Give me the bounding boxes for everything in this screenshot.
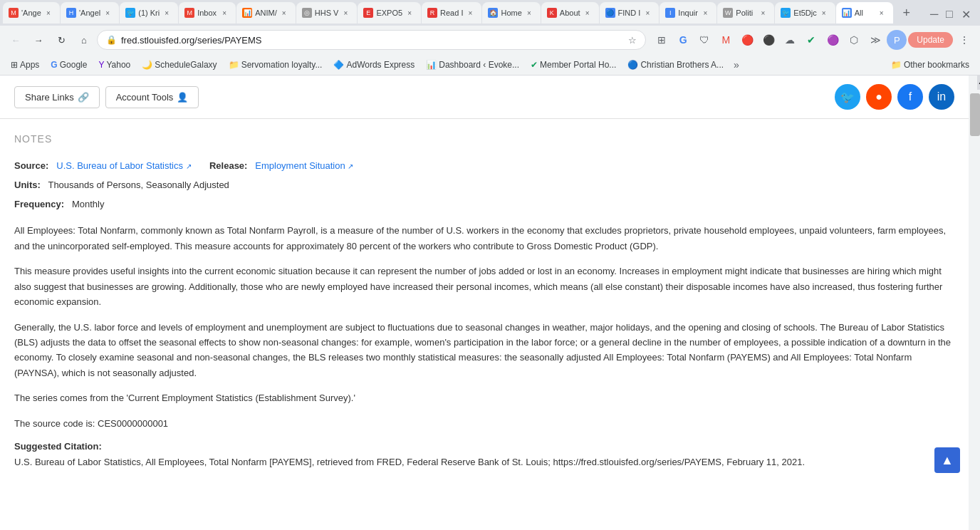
tab-close[interactable]: × [102, 7, 113, 19]
github-icon[interactable]: ⚫ [759, 30, 778, 50]
ext3-icon[interactable]: ⬡ [844, 30, 864, 50]
tab-favicon: H [66, 8, 76, 18]
scrollbar-thumb[interactable] [970, 93, 980, 136]
tab-close[interactable]: × [219, 7, 230, 19]
scrollbar[interactable]: ▲ [969, 76, 980, 530]
bookmark-servomation[interactable]: 📁 Servomation loyalty... [224, 58, 328, 72]
extensions-button[interactable]: ⊞ [652, 30, 672, 50]
tab-et5djc[interactable]: 🐦 Et5Djc × [775, 2, 835, 24]
tab-label: HHS V [315, 9, 339, 17]
tab-close[interactable]: × [340, 7, 351, 19]
home-button[interactable]: ⌂ [74, 30, 94, 50]
scroll-up-arrow[interactable]: ▲ [977, 76, 980, 90]
source-link[interactable]: U.S. Bureau of Labor Statistics [56, 160, 183, 171]
tab-label: Inquir [678, 9, 698, 17]
tab-close[interactable]: × [699, 7, 711, 19]
description-4: The series comes from the 'Current Emplo… [14, 390, 954, 405]
check-icon[interactable]: ✔ [801, 30, 821, 50]
reddit-share-button[interactable]: ● [866, 84, 892, 110]
bookmark-adwords[interactable]: 🔷 AdWords Express [328, 58, 419, 72]
tab-hhs[interactable]: ◎ HHS V × [296, 2, 358, 24]
more-extensions-icon[interactable]: ≫ [865, 30, 885, 50]
tab-close[interactable]: × [161, 7, 172, 19]
tab-favicon: ◎ [302, 8, 312, 18]
address-bar[interactable]: 🔒 fred.stlouisfed.org/series/PAYEMS ☆ [97, 30, 646, 50]
tab-close[interactable]: × [642, 7, 653, 19]
tab-inquir[interactable]: I Inquir × [660, 2, 716, 24]
tab-home[interactable]: 🏠 Home × [482, 2, 540, 24]
other-bookmarks-label: Other bookmarks [904, 60, 969, 70]
tab-favicon: M [184, 8, 194, 18]
citation-heading: Suggested Citation: [14, 441, 954, 452]
bookmark-adwords-label: AdWords Express [346, 60, 415, 70]
bookmark-star-icon[interactable]: ☆ [628, 35, 637, 46]
facebook-share-button[interactable]: f [897, 84, 923, 110]
other-bookmarks[interactable]: 📁 Other bookmarks [886, 58, 974, 72]
close-button[interactable]: ✕ [961, 8, 971, 18]
tab-angelsoft[interactable]: H 'Angel × [61, 2, 119, 24]
bookmark-yahoo[interactable]: Y Yahoo [93, 58, 135, 72]
release-link[interactable]: Employment Situation [255, 160, 345, 171]
tab-label: 'Ange [21, 9, 41, 17]
tab-find[interactable]: 🔵 FIND I × [600, 2, 660, 24]
page-content: Share Links 🔗 Account Tools 👤 🐦 ● [0, 76, 969, 530]
page-wrapper: Share Links 🔗 Account Tools 👤 🐦 ● [0, 76, 980, 530]
reload-button[interactable]: ↻ [51, 30, 71, 50]
bookmark-christian[interactable]: 🔵 Christian Brothers A... [622, 58, 729, 72]
bookmark-apps[interactable]: ⊞ Apps [6, 58, 44, 72]
tab-favicon: 🐦 [125, 8, 135, 18]
forward-button[interactable]: → [28, 30, 48, 50]
tab-close[interactable]: × [523, 7, 535, 19]
description-2: This measure provides useful insights in… [14, 264, 954, 309]
scroll-to-top-wrapper: ▲ [934, 447, 960, 473]
tab-label: 'Angel [79, 9, 100, 17]
tab-close[interactable]: × [43, 7, 54, 19]
gmail-icon[interactable]: M [716, 30, 736, 50]
tab-label: ANIM/ [255, 9, 277, 17]
ext1-icon[interactable]: 🔴 [737, 30, 757, 50]
christian-icon: 🔵 [627, 60, 638, 70]
menu-button[interactable]: ⋮ [954, 30, 974, 50]
tab-close[interactable]: × [278, 7, 290, 19]
tab-close[interactable]: × [404, 7, 415, 19]
ext2-icon[interactable]: 🟣 [823, 30, 843, 50]
tab-inbox[interactable]: M Inbox × [179, 2, 236, 24]
account-tools-button[interactable]: Account Tools 👤 [105, 86, 199, 108]
bookmark-folder-icon: 📁 [891, 60, 902, 70]
units-row: Units: Thousands of Persons, Seasonally … [14, 178, 954, 193]
share-links-button[interactable]: Share Links 🔗 [14, 86, 100, 108]
back-button[interactable]: ← [6, 30, 26, 50]
tab-close[interactable]: × [818, 7, 830, 19]
profile-button[interactable]: P [887, 30, 907, 50]
tab-anim[interactable]: 📊 ANIM/ × [236, 2, 296, 24]
bookmark-schedulegalaxy[interactable]: 🌙 ScheduleGalaxy [137, 58, 221, 72]
tab-close[interactable]: × [464, 7, 476, 19]
restore-button[interactable]: □ [946, 8, 956, 18]
tab-politi[interactable]: W Politi × [717, 2, 774, 24]
bookmark-dashboard[interactable]: 📊 Dashboard ‹ Evoke... [421, 58, 524, 72]
tab-close[interactable]: × [876, 7, 887, 19]
linkedin-share-button[interactable]: in [929, 84, 954, 110]
tab-close[interactable]: × [582, 7, 593, 19]
google-icon[interactable]: G [673, 30, 693, 50]
tab-twitter[interactable]: 🐦 (1) Kri × [120, 2, 178, 24]
twitter-share-button[interactable]: 🐦 [835, 84, 860, 110]
shield-icon[interactable]: 🛡 [694, 30, 714, 50]
tab-favicon: 🏠 [488, 8, 498, 18]
tab-about[interactable]: K About × [541, 2, 599, 24]
cloud-icon[interactable]: ☁ [780, 30, 800, 50]
tab-gmail-1[interactable]: M 'Ange × [3, 2, 60, 24]
toolbar-left: Share Links 🔗 Account Tools 👤 [14, 86, 199, 108]
update-button[interactable]: Update [908, 32, 953, 48]
new-tab-button[interactable]: + [897, 3, 917, 23]
minimize-button[interactable]: ─ [930, 8, 940, 18]
more-bookmarks-button[interactable]: » [730, 57, 743, 73]
tab-read[interactable]: R Read I × [422, 2, 481, 24]
bookmark-google[interactable]: G Google [46, 58, 92, 72]
bookmark-member-portal[interactable]: ✔ Member Portal Ho... [526, 58, 621, 72]
tab-expo[interactable]: E EXPO5 × [358, 2, 421, 24]
tab-fred-active[interactable]: 📊 All × [836, 2, 893, 24]
tab-close[interactable]: × [757, 7, 768, 19]
scroll-to-top-button[interactable]: ▲ [934, 447, 960, 473]
notes-section: NOTES Source: U.S. Bureau of Labor Stati… [0, 119, 969, 484]
